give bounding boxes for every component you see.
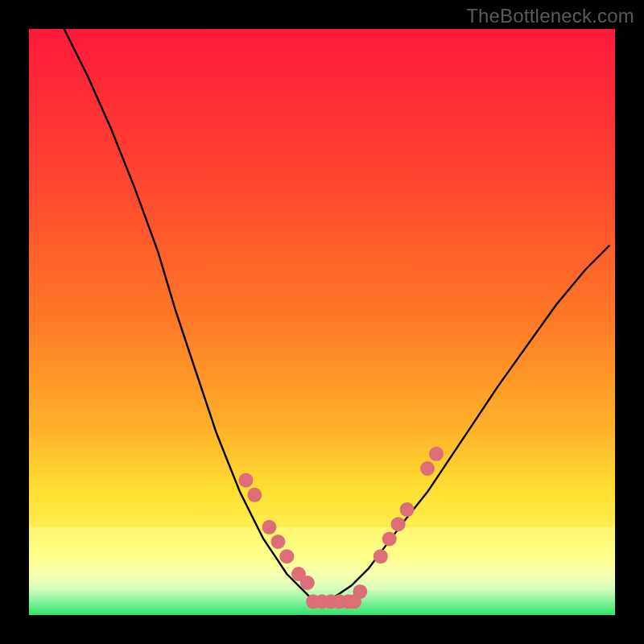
marker-point [429, 447, 444, 461]
bottleneck-chart [0, 0, 644, 644]
marker-point [238, 473, 253, 488]
marker-point [353, 584, 367, 599]
marker-point [279, 549, 294, 564]
marker-point [420, 461, 435, 476]
marker-point [382, 531, 397, 546]
marker-point [262, 520, 277, 535]
marker-point [247, 488, 262, 502]
marker-point [400, 502, 415, 517]
marker-point [391, 517, 406, 531]
accent-band [29, 527, 615, 563]
watermark-label: TheBottleneck.com [466, 5, 634, 27]
marker-point [270, 535, 285, 549]
marker-point [374, 549, 388, 564]
chart-frame: TheBottleneck.com [0, 0, 644, 644]
marker-point [300, 576, 315, 590]
